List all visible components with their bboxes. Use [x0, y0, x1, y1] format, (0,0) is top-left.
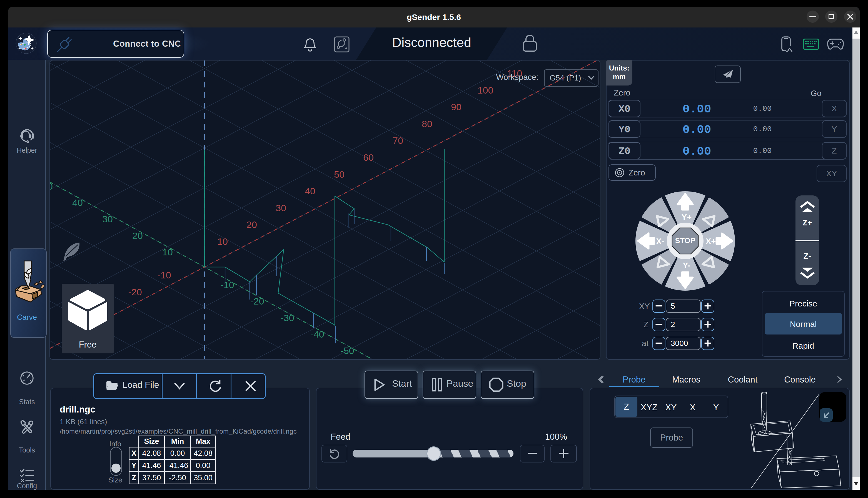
svg-text:20: 20	[132, 231, 143, 241]
svg-text:-10: -10	[220, 279, 234, 290]
svg-text:30: 30	[102, 214, 113, 224]
svg-text:X-: X-	[656, 237, 664, 246]
svg-text:80: 80	[422, 119, 432, 129]
svg-text:10: 10	[162, 247, 173, 257]
svg-text:-30: -30	[280, 313, 294, 323]
svg-text:-20: -20	[250, 296, 264, 306]
svg-text:30: 30	[276, 202, 286, 213]
svg-text:10: 10	[217, 236, 228, 247]
svg-text:Y-: Y-	[683, 261, 690, 270]
svg-text:90: 90	[451, 102, 461, 112]
svg-text:120: 120	[536, 61, 552, 62]
svg-text:-40: -40	[310, 329, 324, 340]
svg-text:-50: -50	[340, 345, 354, 356]
svg-text:70: 70	[393, 135, 403, 146]
svg-text:40: 40	[72, 197, 83, 208]
svg-text:50: 50	[50, 181, 53, 192]
svg-text:60: 60	[363, 152, 374, 163]
svg-text:Y+: Y+	[681, 213, 692, 222]
svg-text:-20: -20	[128, 287, 142, 297]
svg-text:50: 50	[334, 169, 345, 180]
svg-text:20: 20	[246, 219, 257, 230]
svg-text:40: 40	[305, 186, 315, 196]
svg-text:X+: X+	[706, 237, 716, 246]
svg-text:100: 100	[477, 85, 494, 95]
svg-text:STOP: STOP	[675, 236, 695, 245]
svg-text:-10: -10	[157, 270, 171, 280]
